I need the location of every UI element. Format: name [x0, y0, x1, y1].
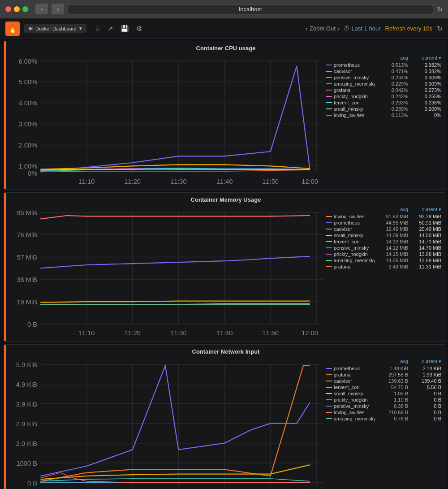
share-button[interactable]: ↗ — [106, 23, 115, 35]
time-range[interactable]: ⏱ Last 1 hour — [344, 25, 380, 32]
svg-text:11:50: 11:50 — [262, 329, 279, 337]
svg-text:0 B: 0 B — [27, 479, 37, 486]
legend-item-name: prickly_hodgkin — [334, 251, 375, 257]
legend-row[interactable]: loving_swirles 210.69 B 0 B — [326, 409, 441, 415]
legend-row[interactable]: fervent_cori 0.233% 0.236% — [326, 100, 441, 106]
back-button[interactable]: ‹ — [35, 4, 48, 14]
legend-row[interactable]: cadvisor 19.46 MiB 20.40 MiB — [326, 226, 441, 232]
legend-row[interactable]: amazing_meninsky 0.229% 0.309% — [326, 81, 441, 87]
legend-row[interactable]: small_minsky 1.05 B 0 B — [326, 390, 441, 397]
grafana-logo[interactable]: 🔥 — [5, 22, 20, 36]
svg-text:11:40: 11:40 — [216, 329, 233, 337]
legend-item-avg: 14.15 MiB — [377, 251, 408, 257]
legend-color-swatch — [326, 90, 332, 91]
legend-row[interactable]: grafana 0.042% 0.273% — [326, 87, 441, 93]
legend-item-avg: 9.43 MiB — [377, 264, 408, 269]
legend-item-avg: 0.042% — [377, 87, 408, 93]
legend-row[interactable]: prometheus 44.55 MiB 50.91 MiB — [326, 220, 441, 226]
legend-row[interactable]: prickly_hodgkin 0.242% 0.255% — [326, 93, 441, 100]
legend-row[interactable]: prometheus 1.48 KiB 2.14 KiB — [326, 365, 441, 372]
zoom-out-label[interactable]: Zoom Out — [310, 25, 336, 32]
chevron-down-icon: ▾ — [79, 26, 82, 31]
save-button[interactable]: 💾 — [119, 23, 131, 35]
legend-item-current: 0% — [410, 113, 441, 118]
legend-item-name: pensive_minsky — [334, 403, 375, 409]
legend-item-name: loving_swirles — [334, 410, 375, 415]
legend-row[interactable]: prometheus 0.513% 2.982% — [326, 62, 441, 68]
legend-item-current: 0 B — [410, 397, 441, 402]
refresh-interval-button[interactable]: Refresh every 10s — [385, 25, 433, 32]
legend-row[interactable]: loving_swirles 91.83 MiB 92.28 MiB — [326, 213, 441, 220]
legend-item-current: 0.236% — [410, 100, 441, 105]
close-button[interactable] — [5, 6, 11, 12]
svg-text:2.0 KiB: 2.0 KiB — [16, 440, 37, 447]
legend-row[interactable]: loving_swirles 0.113% 0% — [326, 112, 441, 118]
legend-row[interactable]: small_minsky 14.09 MiB 14.80 MiB — [326, 232, 441, 238]
legend-item-name: grafana — [334, 87, 375, 93]
legend-row[interactable]: pensive_minsky 0.234% 0.309% — [326, 74, 441, 81]
legend-row[interactable]: prickly_hodgkin 14.15 MiB 13.88 MiB — [326, 251, 441, 257]
svg-text:11:10: 11:10 — [78, 329, 95, 337]
address-bar[interactable]: localhost — [68, 4, 433, 14]
svg-text:11:40: 11:40 — [216, 178, 233, 185]
svg-text:4.00%: 4.00% — [18, 100, 37, 107]
legend-row[interactable]: cadvisor 139.63 B 139.40 B — [326, 378, 441, 384]
dashboard: Container CPU usage — [0, 39, 448, 489]
svg-text:3.00%: 3.00% — [18, 121, 37, 128]
cpu-chart-svg: 6.00% 5.00% 4.00% 3.00% 2.00% 1.00% 0% 1… — [8, 53, 323, 186]
legend-item-current: 14.80 MiB — [410, 233, 441, 238]
legend-row[interactable]: amazing_meninsky 14.05 MiB 13.88 MiB — [326, 257, 441, 264]
legend-item-name: amazing_meninsky — [334, 81, 375, 87]
grid-icon: ⊞ — [29, 26, 33, 31]
legend-item-current: 0.255% — [410, 94, 441, 99]
maximize-button[interactable] — [22, 6, 28, 12]
legend-row[interactable]: cadvisor 0.471% 0.382% — [326, 68, 441, 74]
svg-text:1.00%: 1.00% — [18, 163, 37, 170]
legend-row[interactable]: amazing_meninsky 0.76 B 0 B — [326, 415, 441, 422]
legend-item-avg: 0.233% — [377, 100, 408, 105]
dashboard-title[interactable]: ⊞ Docker Dashboard ▾ — [24, 24, 86, 33]
legend-row[interactable]: small_minsky 0.239% 0.200% — [326, 106, 441, 112]
legend-item-current: 14.70 MiB — [410, 245, 441, 251]
legend-row[interactable]: pensive_minsky 14.12 MiB 14.70 MiB — [326, 245, 441, 251]
zoom-back-button[interactable]: ‹ — [306, 25, 308, 32]
forward-button[interactable]: › — [52, 4, 64, 14]
settings-button[interactable]: ⚙ — [134, 23, 144, 35]
legend-item-name: fervent_cori — [334, 239, 375, 244]
avg-header: avg — [377, 207, 408, 212]
legend-item-name: prometheus — [334, 366, 375, 371]
star-button[interactable]: ☆ — [93, 23, 102, 35]
legend-item-current: 2.982% — [410, 62, 441, 68]
legend-item-current: 0 B — [410, 403, 441, 409]
legend-row[interactable]: grafana 297.58 B 1.93 KiB — [326, 372, 441, 378]
legend-color-swatch — [326, 406, 332, 407]
legend-item-name: fervent_cori — [334, 100, 375, 105]
legend-item-avg: 139.63 B — [377, 378, 408, 384]
legend-row[interactable]: fervent_cori 54.70 B 5.56 B — [326, 384, 441, 390]
minimize-button[interactable] — [14, 6, 20, 12]
svg-text:11:20: 11:20 — [124, 178, 141, 185]
legend-item-avg: 1.10 B — [377, 397, 408, 402]
refresh-button[interactable]: ↻ — [437, 25, 443, 33]
legend-row[interactable]: pensive_minsky 0.38 B 0 B — [326, 403, 441, 409]
legend-item-current: 0.309% — [410, 75, 441, 80]
memory-legend: avg current ▾ loving_swirles 91.83 MiB 9… — [323, 205, 444, 338]
legend-color-swatch — [326, 412, 332, 413]
legend-item-name: small_minsky — [334, 106, 375, 112]
zoom-forward-button[interactable]: › — [337, 25, 340, 32]
net-input-chart: 5.9 KiB 4.9 KiB 3.9 KiB 2.9 KiB 2.0 KiB … — [8, 357, 323, 489]
legend-item-avg: 0.76 B — [377, 416, 408, 421]
legend-color-swatch — [326, 393, 332, 394]
legend-item-current: 20.40 MiB — [410, 226, 441, 232]
legend-row[interactable]: grafana 9.43 MiB 11.31 MiB — [326, 264, 441, 270]
dashboard-name: Docker Dashboard — [35, 26, 77, 31]
legend-row[interactable]: prickly_hodgkin 1.10 B 0 B — [326, 397, 441, 403]
legend-item-name: prometheus — [334, 62, 375, 68]
legend-row[interactable]: fervent_cori 14.12 MiB 14.71 MiB — [326, 238, 441, 245]
toolbar-icons: ☆ ↗ 💾 ⚙ — [93, 23, 144, 35]
legend-item-name: amazing_meninsky — [334, 258, 375, 263]
cpu-chart: 6.00% 5.00% 4.00% 3.00% 2.00% 1.00% 0% 1… — [8, 53, 323, 186]
legend-item-avg: 44.55 MiB — [377, 220, 408, 225]
reload-button[interactable]: ↻ — [437, 5, 443, 13]
svg-text:11:20: 11:20 — [124, 329, 141, 337]
